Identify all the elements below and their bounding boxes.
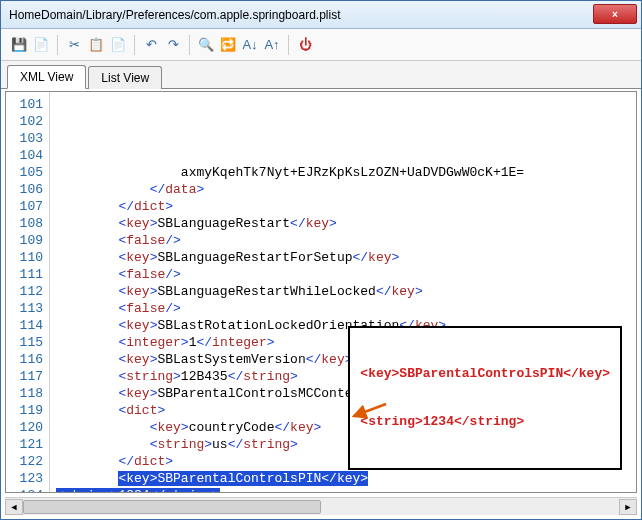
copy-icon[interactable]: 📋 [88,37,104,53]
find-icon[interactable]: 🔍 [198,37,214,53]
line-number: 118 [6,385,43,402]
line-number: 107 [6,198,43,215]
line-number: 124 [6,487,43,493]
stop-icon[interactable]: ⏻ [297,37,313,53]
line-number: 101 [6,96,43,113]
annotation-callout: <key>SBParentalControlsPIN</key> <string… [348,326,622,470]
line-number: 112 [6,283,43,300]
code-line[interactable]: <key>SBLanguageRestart</key> [56,215,636,232]
code-line[interactable]: </dict> [56,198,636,215]
line-number: 110 [6,249,43,266]
line-number: 102 [6,113,43,130]
code-line[interactable]: <key>SBParentalControlsPIN</key> [56,470,636,487]
code-line[interactable]: <string>1234</string> [56,487,636,493]
scroll-track[interactable] [23,499,619,515]
code-line[interactable]: <false/> [56,266,636,283]
separator [57,35,58,55]
code-editor[interactable]: 1011021031041051061071081091101111121131… [5,91,637,493]
line-number: 116 [6,351,43,368]
line-number: 123 [6,470,43,487]
line-number: 106 [6,181,43,198]
undo-icon[interactable]: ↶ [143,37,159,53]
separator [189,35,190,55]
save-icon[interactable]: 💾 [11,37,27,53]
separator [134,35,135,55]
tabstrip: XML View List View [1,61,641,89]
line-number: 115 [6,334,43,351]
line-number: 120 [6,419,43,436]
close-button[interactable]: × [593,4,637,24]
line-number: 113 [6,300,43,317]
line-number: 108 [6,215,43,232]
annotation-line1: <key>SBParentalControlsPIN</key> [360,366,610,382]
sort-desc-icon[interactable]: A↑ [264,37,280,53]
line-number: 119 [6,402,43,419]
separator [288,35,289,55]
line-number: 121 [6,436,43,453]
horizontal-scrollbar[interactable]: ◄ ► [5,497,637,515]
line-number: 122 [6,453,43,470]
scroll-thumb[interactable] [23,500,321,514]
line-number: 105 [6,164,43,181]
code-line[interactable]: <key>SBLanguageRestartWhileLocked</key> [56,283,636,300]
sort-asc-icon[interactable]: A↓ [242,37,258,53]
line-number: 114 [6,317,43,334]
code-area[interactable]: <key>SBParentalControlsPIN</key> <string… [50,92,636,492]
annotation-line2: <string>1234</string> [360,414,610,430]
cut-icon[interactable]: ✂ [66,37,82,53]
code-line[interactable]: <key>SBLanguageRestartForSetup</key> [56,249,636,266]
tab-xml-view[interactable]: XML View [7,65,86,89]
code-line[interactable]: <false/> [56,232,636,249]
replace-icon[interactable]: 🔁 [220,37,236,53]
scroll-right-button[interactable]: ► [619,499,637,515]
line-gutter: 1011021031041051061071081091101111121131… [6,92,50,492]
new-icon[interactable]: 📄 [33,37,49,53]
app-window: HomeDomain/Library/Preferences/com.apple… [0,0,642,520]
line-number: 103 [6,130,43,147]
paste-icon[interactable]: 📄 [110,37,126,53]
toolbar: 💾 📄 ✂ 📋 📄 ↶ ↷ 🔍 🔁 A↓ A↑ ⏻ [1,29,641,61]
line-number: 109 [6,232,43,249]
line-number: 117 [6,368,43,385]
scroll-left-button[interactable]: ◄ [5,499,23,515]
tab-list-view[interactable]: List View [88,66,162,89]
code-line[interactable]: </data> [56,181,636,198]
redo-icon[interactable]: ↷ [165,37,181,53]
line-number: 111 [6,266,43,283]
close-icon: × [612,9,618,20]
code-line[interactable]: <false/> [56,300,636,317]
window-title: HomeDomain/Library/Preferences/com.apple… [5,8,341,22]
code-line[interactable]: axmyKqehTk7Nyt+EJRzKpKsLzOZN+UaDVDGwW0cK… [56,164,636,181]
line-number: 104 [6,147,43,164]
titlebar[interactable]: HomeDomain/Library/Preferences/com.apple… [1,1,641,29]
